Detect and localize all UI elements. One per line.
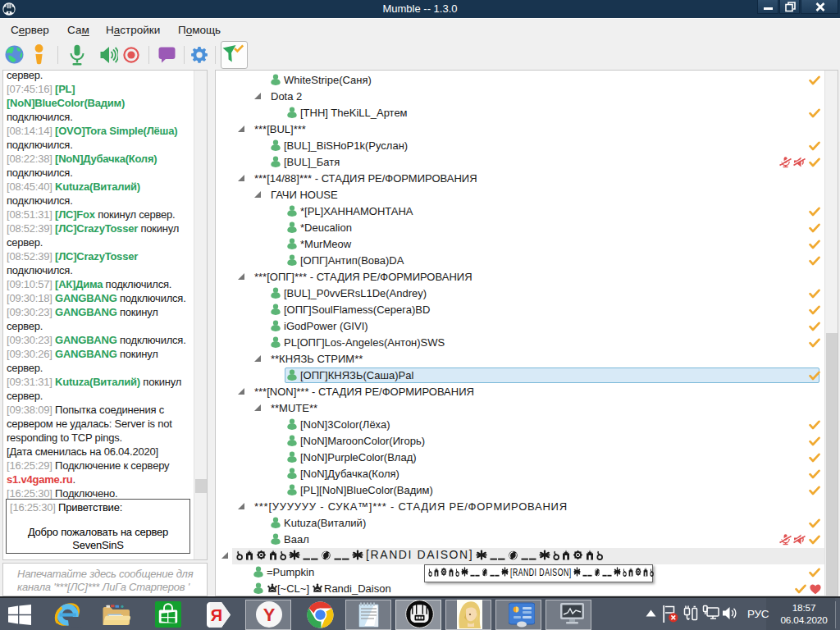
svg-text:Y: Y xyxy=(263,605,276,625)
svg-text:Я: Я xyxy=(211,606,222,624)
